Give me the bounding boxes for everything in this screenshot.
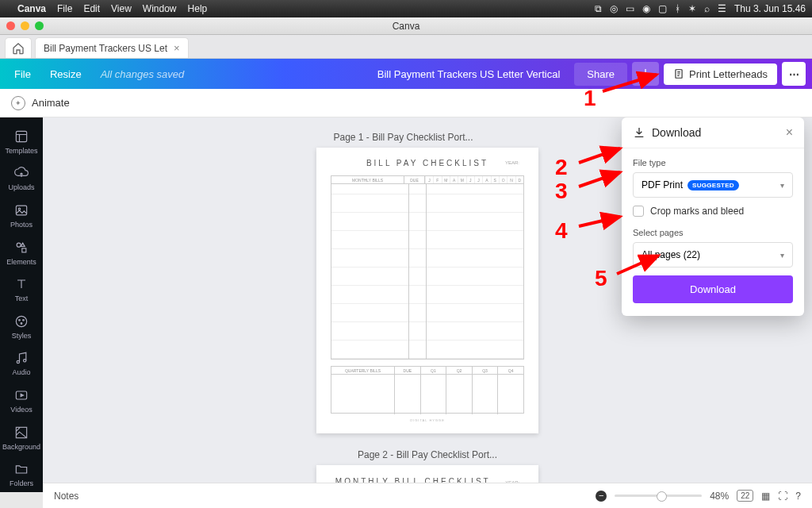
- checkbox-icon: [633, 206, 644, 217]
- menu-file[interactable]: File: [57, 3, 72, 14]
- sidebar-item-text[interactable]: Text: [0, 271, 43, 307]
- close-panel-icon[interactable]: ×: [786, 125, 793, 140]
- svg-point-8: [23, 319, 25, 321]
- toolbar-resize[interactable]: Resize: [50, 68, 82, 80]
- sidebar-item-elements[interactable]: Elements: [0, 235, 43, 271]
- sidebar-item-label: Templates: [5, 147, 37, 155]
- toolbar-docname[interactable]: Bill Payment Trackers US Letter Vertical: [184, 68, 574, 80]
- menu-window[interactable]: Window: [143, 3, 177, 14]
- doc1-year: YEAR:: [505, 160, 519, 165]
- search-icon[interactable]: ⌕: [704, 3, 710, 14]
- chevron-down-icon: ▾: [780, 181, 784, 190]
- sidebar-item-label: Folders: [10, 479, 33, 487]
- zoom-slider[interactable]: [615, 495, 702, 497]
- control-center-icon[interactable]: ☰: [718, 3, 726, 14]
- svg-rect-2: [16, 206, 26, 215]
- display-icon[interactable]: ▢: [658, 3, 667, 14]
- tab-document[interactable]: Bill Payment Trackers US Let ×: [35, 37, 189, 58]
- selectpages-value: All pages (22): [642, 249, 700, 260]
- sidebar-item-uploads[interactable]: Uploads: [0, 161, 43, 197]
- record-icon[interactable]: ◉: [642, 3, 650, 14]
- dropbox-icon[interactable]: ⧉: [595, 3, 602, 14]
- print-label: Print Letterheads: [689, 68, 768, 80]
- left-sidebar: Templates Uploads Photos Elements Text S…: [0, 117, 43, 492]
- svg-point-4: [17, 243, 21, 247]
- sidebar-item-background[interactable]: Background: [0, 420, 43, 456]
- help-icon[interactable]: ?: [795, 491, 801, 502]
- doc1-footer: DIGITAL HYGGE: [331, 418, 524, 422]
- doc1-monthly-table: MONTHLY BILLS DUE JFMAMJJASOND: [331, 175, 524, 360]
- svg-rect-1: [16, 131, 26, 141]
- cc-icon[interactable]: ◎: [610, 3, 618, 14]
- sidebar-item-styles[interactable]: Styles: [0, 309, 43, 344]
- sidebar-item-label: Photos: [10, 221, 33, 229]
- sidebar-item-label: Uploads: [8, 183, 34, 191]
- page-1-document[interactable]: BILL PAY CHECKLIST YEAR: MONTHLY BILLS D…: [316, 148, 538, 433]
- bluetooth-icon[interactable]: ᚼ: [675, 3, 680, 14]
- filetype-label: File type: [633, 158, 793, 167]
- window-minimize-icon[interactable]: [21, 21, 29, 30]
- menubar-clock[interactable]: Thu 3. Jun 15.46: [734, 3, 806, 14]
- animate-icon: ✦: [11, 96, 25, 110]
- toolbar-file[interactable]: File: [6, 68, 31, 80]
- sidebar-item-label: Audio: [12, 368, 30, 376]
- flag-icon[interactable]: ▭: [626, 3, 634, 14]
- sidebar-item-photos[interactable]: Photos: [0, 198, 43, 233]
- bottom-bar: Notes − 48% 22 ▦ ⛶ ?: [43, 483, 812, 508]
- share-label: Share: [587, 68, 615, 80]
- fullscreen-icon[interactable]: ⛶: [778, 491, 787, 502]
- menu-edit[interactable]: Edit: [83, 3, 100, 14]
- doc1-col-quarterly: QUARTERLY BILLS: [331, 367, 394, 374]
- doc1-quarterly-table: QUARTERLY BILLS DUE Q1 Q2 Q3 Q4: [331, 366, 524, 414]
- crop-label: Crop marks and bleed: [650, 206, 744, 217]
- tab-label: Bill Payment Trackers US Let: [44, 43, 167, 54]
- tab-close-icon[interactable]: ×: [174, 42, 180, 54]
- menu-help[interactable]: Help: [188, 3, 208, 14]
- animate-button[interactable]: Animate: [32, 97, 70, 109]
- svg-point-7: [19, 319, 21, 321]
- toolbar-saved-status: All changes saved: [101, 68, 185, 80]
- sidebar-item-label: Text: [15, 294, 29, 302]
- page-1-title[interactable]: Page 1 - Bill Pay Checklist Port...: [333, 132, 473, 143]
- zoom-value[interactable]: 48%: [710, 491, 729, 502]
- selectpages-label: Select pages: [633, 228, 793, 237]
- doc1-col-due: DUE: [404, 176, 424, 183]
- window-title: Canva: [393, 21, 420, 32]
- selectpages-select[interactable]: All pages (22) ▾: [633, 242, 793, 267]
- doc1-col-monthly: MONTHLY BILLS: [331, 176, 404, 183]
- home-button[interactable]: [5, 37, 32, 58]
- wifi-icon[interactable]: ✶: [688, 3, 696, 14]
- context-toolbar: ✦ Animate: [0, 89, 812, 117]
- svg-point-11: [24, 360, 26, 362]
- zoom-out-icon[interactable]: −: [596, 491, 607, 502]
- sidebar-item-folders[interactable]: Folders: [0, 456, 43, 492]
- page-count-badge[interactable]: 22: [737, 490, 753, 502]
- crop-marks-checkbox[interactable]: Crop marks and bleed: [633, 206, 793, 217]
- sidebar-item-label: Videos: [10, 406, 32, 414]
- share-button[interactable]: Share: [574, 63, 627, 86]
- download-button[interactable]: [632, 62, 659, 86]
- menubar-appname[interactable]: Canva: [17, 3, 46, 14]
- canvas-area[interactable]: Page 1 - Bill Pay Checklist Port... ⌃ ⌄ …: [43, 117, 812, 492]
- notes-button[interactable]: Notes: [54, 491, 79, 502]
- macos-menubar: Canva File Edit View Window Help ⧉ ◎ ▭ ◉…: [0, 0, 812, 17]
- sidebar-item-audio[interactable]: Audio: [0, 346, 43, 382]
- download-icon: [633, 126, 645, 139]
- filetype-select[interactable]: PDF Print SUGGESTED ▾: [633, 172, 793, 198]
- svg-rect-5: [22, 248, 26, 252]
- sidebar-item-templates[interactable]: Templates: [0, 124, 43, 160]
- menu-view[interactable]: View: [111, 3, 132, 14]
- download-confirm-label: Download: [690, 283, 736, 295]
- print-letterheads-button[interactable]: Print Letterheads: [664, 64, 777, 85]
- grid-view-icon[interactable]: ▦: [761, 491, 770, 502]
- window-zoom-icon[interactable]: [35, 21, 44, 30]
- main-toolbar: File Resize All changes saved Bill Payme…: [0, 59, 812, 89]
- download-panel: Download × File type PDF Print SUGGESTED…: [622, 117, 804, 316]
- window-close-icon[interactable]: [6, 21, 15, 30]
- sidebar-item-videos[interactable]: Videos: [0, 383, 43, 418]
- svg-point-10: [17, 361, 19, 364]
- download-confirm-button[interactable]: Download: [633, 275, 793, 303]
- page-2-title[interactable]: Page 2 - Bill Pay Checklist Port...: [75, 449, 780, 460]
- more-button[interactable]: ⋯: [782, 62, 806, 86]
- tabstrip: Bill Payment Trackers US Let ×: [0, 35, 812, 59]
